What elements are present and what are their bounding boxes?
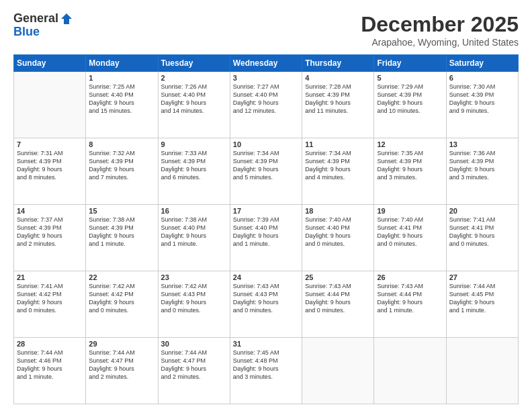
day-number: 16 [161, 207, 227, 215]
day-info: Sunrise: 7:39 AM Sunset: 4:40 PM Dayligh… [233, 216, 299, 248]
day-info: Sunrise: 7:34 AM Sunset: 4:39 PM Dayligh… [233, 149, 299, 182]
day-number: 28 [17, 340, 83, 348]
calendar-cell: 12Sunrise: 7:35 AM Sunset: 4:39 PM Dayli… [374, 138, 446, 205]
svg-marker-0 [61, 13, 72, 24]
calendar-cell: 2Sunrise: 7:26 AM Sunset: 4:40 PM Daylig… [158, 72, 230, 138]
calendar-cell: 28Sunrise: 7:44 AM Sunset: 4:46 PM Dayli… [14, 338, 86, 404]
day-info: Sunrise: 7:29 AM Sunset: 4:39 PM Dayligh… [377, 83, 443, 116]
day-info: Sunrise: 7:38 AM Sunset: 4:39 PM Dayligh… [89, 216, 154, 248]
calendar-cell: 14Sunrise: 7:37 AM Sunset: 4:39 PM Dayli… [14, 205, 86, 271]
day-number: 20 [449, 207, 515, 215]
day-number: 23 [161, 273, 227, 281]
calendar-week-row: 7Sunrise: 7:31 AM Sunset: 4:39 PM Daylig… [14, 138, 519, 205]
calendar-header-row: SundayMondayTuesdayWednesdayThursdayFrid… [14, 55, 519, 72]
weekday-header: Monday [86, 55, 158, 72]
calendar-table: SundayMondayTuesdayWednesdayThursdayFrid… [13, 54, 519, 404]
day-number: 3 [233, 74, 299, 82]
day-number: 31 [233, 340, 299, 348]
day-info: Sunrise: 7:26 AM Sunset: 4:40 PM Dayligh… [161, 83, 227, 116]
day-info: Sunrise: 7:33 AM Sunset: 4:39 PM Dayligh… [161, 149, 227, 182]
day-info: Sunrise: 7:28 AM Sunset: 4:39 PM Dayligh… [305, 83, 371, 116]
day-info: Sunrise: 7:37 AM Sunset: 4:39 PM Dayligh… [17, 216, 83, 248]
calendar-cell: 15Sunrise: 7:38 AM Sunset: 4:39 PM Dayli… [86, 205, 158, 271]
weekday-header: Sunday [14, 55, 86, 72]
calendar-cell: 30Sunrise: 7:44 AM Sunset: 4:47 PM Dayli… [158, 338, 230, 404]
day-info: Sunrise: 7:43 AM Sunset: 4:44 PM Dayligh… [305, 282, 371, 315]
day-number: 25 [305, 273, 371, 281]
day-info: Sunrise: 7:35 AM Sunset: 4:39 PM Dayligh… [377, 149, 443, 182]
calendar-cell: 17Sunrise: 7:39 AM Sunset: 4:40 PM Dayli… [230, 205, 302, 271]
day-info: Sunrise: 7:42 AM Sunset: 4:43 PM Dayligh… [161, 282, 227, 315]
calendar-cell: 31Sunrise: 7:45 AM Sunset: 4:48 PM Dayli… [230, 338, 302, 404]
day-number: 30 [161, 340, 227, 348]
day-number: 6 [449, 74, 515, 82]
day-number: 1 [89, 74, 154, 82]
day-info: Sunrise: 7:25 AM Sunset: 4:40 PM Dayligh… [89, 83, 154, 116]
calendar-cell: 29Sunrise: 7:44 AM Sunset: 4:47 PM Dayli… [86, 338, 158, 404]
logo: General Blue [13, 12, 73, 39]
day-number: 14 [17, 207, 83, 215]
calendar-cell: 24Sunrise: 7:43 AM Sunset: 4:43 PM Dayli… [230, 271, 302, 338]
logo-icon [60, 12, 73, 26]
calendar-cell [302, 338, 374, 404]
day-number: 11 [305, 140, 371, 148]
header: General Blue December 2025 Arapahoe, Wyo… [13, 12, 519, 48]
weekday-header: Wednesday [230, 55, 302, 72]
calendar-cell: 3Sunrise: 7:27 AM Sunset: 4:40 PM Daylig… [230, 72, 302, 138]
day-number: 5 [377, 74, 443, 82]
calendar-cell [374, 338, 446, 404]
calendar-cell: 19Sunrise: 7:40 AM Sunset: 4:41 PM Dayli… [374, 205, 446, 271]
day-number: 9 [161, 140, 227, 148]
calendar-cell: 11Sunrise: 7:34 AM Sunset: 4:39 PM Dayli… [302, 138, 374, 205]
calendar-cell: 13Sunrise: 7:36 AM Sunset: 4:39 PM Dayli… [446, 138, 518, 205]
day-number: 29 [89, 340, 154, 348]
calendar-cell: 21Sunrise: 7:41 AM Sunset: 4:42 PM Dayli… [14, 271, 86, 338]
day-info: Sunrise: 7:44 AM Sunset: 4:46 PM Dayligh… [17, 349, 83, 381]
day-info: Sunrise: 7:45 AM Sunset: 4:48 PM Dayligh… [233, 349, 299, 381]
calendar-week-row: 28Sunrise: 7:44 AM Sunset: 4:46 PM Dayli… [14, 338, 519, 404]
day-number: 17 [233, 207, 299, 215]
title-section: December 2025 Arapahoe, Wyoming, United … [361, 12, 519, 48]
day-number: 10 [233, 140, 299, 148]
day-info: Sunrise: 7:41 AM Sunset: 4:42 PM Dayligh… [17, 282, 83, 315]
day-number: 27 [449, 273, 515, 281]
day-info: Sunrise: 7:30 AM Sunset: 4:39 PM Dayligh… [449, 83, 515, 116]
calendar-cell: 10Sunrise: 7:34 AM Sunset: 4:39 PM Dayli… [230, 138, 302, 205]
day-info: Sunrise: 7:34 AM Sunset: 4:39 PM Dayligh… [305, 149, 371, 182]
calendar-cell: 4Sunrise: 7:28 AM Sunset: 4:39 PM Daylig… [302, 72, 374, 138]
calendar-cell: 18Sunrise: 7:40 AM Sunset: 4:40 PM Dayli… [302, 205, 374, 271]
calendar-cell: 1Sunrise: 7:25 AM Sunset: 4:40 PM Daylig… [86, 72, 158, 138]
calendar-cell: 25Sunrise: 7:43 AM Sunset: 4:44 PM Dayli… [302, 271, 374, 338]
day-info: Sunrise: 7:43 AM Sunset: 4:43 PM Dayligh… [233, 282, 299, 315]
day-info: Sunrise: 7:44 AM Sunset: 4:45 PM Dayligh… [449, 282, 515, 315]
day-number: 8 [89, 140, 154, 148]
day-info: Sunrise: 7:36 AM Sunset: 4:39 PM Dayligh… [449, 149, 515, 182]
day-info: Sunrise: 7:38 AM Sunset: 4:40 PM Dayligh… [161, 216, 227, 248]
day-info: Sunrise: 7:41 AM Sunset: 4:41 PM Dayligh… [449, 216, 515, 248]
day-info: Sunrise: 7:42 AM Sunset: 4:42 PM Dayligh… [89, 282, 154, 315]
calendar-cell: 16Sunrise: 7:38 AM Sunset: 4:40 PM Dayli… [158, 205, 230, 271]
calendar-week-row: 14Sunrise: 7:37 AM Sunset: 4:39 PM Dayli… [14, 205, 519, 271]
calendar-cell: 22Sunrise: 7:42 AM Sunset: 4:42 PM Dayli… [86, 271, 158, 338]
day-number: 21 [17, 273, 83, 281]
day-number: 26 [377, 273, 443, 281]
day-info: Sunrise: 7:44 AM Sunset: 4:47 PM Dayligh… [89, 349, 154, 381]
calendar-cell: 6Sunrise: 7:30 AM Sunset: 4:39 PM Daylig… [446, 72, 518, 138]
calendar-cell: 5Sunrise: 7:29 AM Sunset: 4:39 PM Daylig… [374, 72, 446, 138]
logo-general-text: General [13, 12, 58, 26]
weekday-header: Tuesday [158, 55, 230, 72]
day-info: Sunrise: 7:40 AM Sunset: 4:40 PM Dayligh… [305, 216, 371, 248]
weekday-header: Saturday [446, 55, 518, 72]
day-number: 13 [449, 140, 515, 148]
day-number: 18 [305, 207, 371, 215]
calendar-cell: 8Sunrise: 7:32 AM Sunset: 4:39 PM Daylig… [86, 138, 158, 205]
calendar-cell: 26Sunrise: 7:43 AM Sunset: 4:44 PM Dayli… [374, 271, 446, 338]
day-info: Sunrise: 7:31 AM Sunset: 4:39 PM Dayligh… [17, 149, 83, 182]
day-info: Sunrise: 7:44 AM Sunset: 4:47 PM Dayligh… [161, 349, 227, 381]
day-number: 15 [89, 207, 154, 215]
page: General Blue December 2025 Arapahoe, Wyo… [0, 0, 532, 411]
month-title: December 2025 [361, 12, 519, 37]
day-number: 19 [377, 207, 443, 215]
location: Arapahoe, Wyoming, United States [361, 37, 519, 48]
calendar-cell: 20Sunrise: 7:41 AM Sunset: 4:41 PM Dayli… [446, 205, 518, 271]
